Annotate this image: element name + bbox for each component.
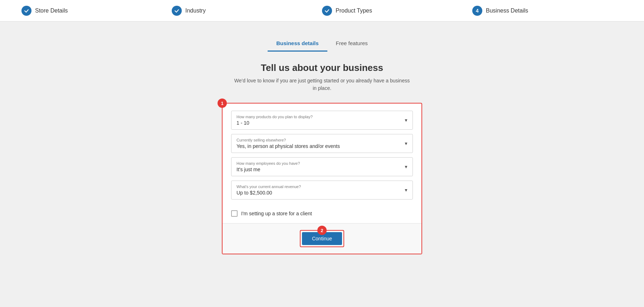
step-store-details[interactable]: Store Details [21,6,172,16]
continue-button-wrapper: 2 Continue [300,230,344,247]
business-details-form: 1 How many products do you plan to displ… [222,103,422,254]
employees-value: It's just me [236,167,408,172]
annotation-badge-2: 2 [317,226,327,235]
annual-revenue-label: What's your current annual revenue? [236,184,408,189]
selling-elsewhere-label: Currently selling elsewhere? [236,138,408,142]
annual-revenue-value: Up to $2,500.00 [236,190,408,196]
page-subtitle: We'd love to know if you are just gettin… [233,77,411,92]
main-content: Business details Free features Tell us a… [0,21,644,269]
step-industry[interactable]: Industry [172,6,322,16]
form-fields: How many products do you plan to display… [223,104,421,205]
step-industry-label: Industry [185,8,206,14]
tab-free-features[interactable]: Free features [327,36,376,52]
products-count-value: 1 - 10 [236,120,408,126]
step-product-types-label: Product Types [336,8,372,14]
stepper: Store Details Industry Product Types 4 B… [0,0,644,21]
employees-dropdown[interactable]: How many employees do you have? It's jus… [231,157,413,176]
products-count-dropdown[interactable]: How many products do you plan to display… [231,111,413,130]
employees-chevron-icon: ▼ [404,164,408,169]
products-count-chevron-icon: ▼ [404,118,408,123]
step-industry-icon [172,6,182,16]
tab-business-details[interactable]: Business details [268,36,327,52]
selling-elsewhere-dropdown[interactable]: Currently selling elsewhere? Yes, in per… [231,134,413,153]
step-business-details[interactable]: 4 Business Details [472,6,623,16]
annual-revenue-dropdown[interactable]: What's your current annual revenue? Up t… [231,181,413,200]
tab-bar: Business details Free features [268,36,376,52]
products-count-label: How many products do you plan to display… [236,115,408,119]
step-business-details-icon: 4 [472,6,482,16]
step-product-types[interactable]: Product Types [322,6,472,16]
client-store-label: I'm setting up a store for a client [241,211,312,216]
step-store-details-icon [21,6,31,16]
annotation-badge-1: 1 [218,99,227,108]
step-store-details-label: Store Details [35,8,68,14]
client-store-checkbox-row[interactable]: I'm setting up a store for a client [223,205,421,223]
step-business-details-label: Business Details [486,8,528,14]
annual-revenue-chevron-icon: ▼ [404,188,408,193]
page-title: Tell us about your business [261,62,383,73]
selling-elsewhere-chevron-icon: ▼ [404,141,408,146]
selling-elsewhere-value: Yes, in person at physical stores and/or… [236,143,408,149]
step-product-types-icon [322,6,332,16]
continue-area: 2 Continue [223,223,421,254]
employees-label: How many employees do you have? [236,161,408,166]
client-store-checkbox[interactable] [231,210,238,217]
